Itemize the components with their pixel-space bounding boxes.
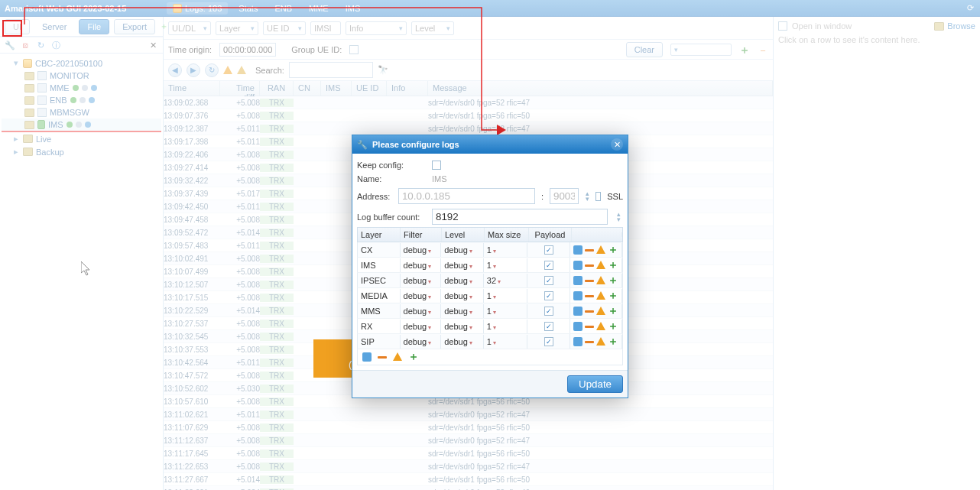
nav-refresh-icon[interactable]: ↻ xyxy=(205,63,219,77)
col-timediff[interactable]: Time diff xyxy=(220,81,260,96)
wrench-icon[interactable]: 🔧 xyxy=(5,40,15,50)
delete-icon[interactable] xyxy=(585,295,594,297)
tab-file[interactable]: File xyxy=(79,19,109,34)
keep-config-checkbox[interactable] xyxy=(432,161,441,170)
delete-icon[interactable] xyxy=(585,341,594,343)
log-row[interactable]: 13:11:27.667+5.014TRXsdr=/dev/sdr1 fpga=… xyxy=(164,473,773,486)
tree-mme[interactable]: MME xyxy=(2,82,161,94)
warn-icon[interactable] xyxy=(596,291,605,300)
col-time[interactable]: Time xyxy=(164,81,220,96)
address-input[interactable] xyxy=(398,188,535,204)
warn-icon[interactable] xyxy=(596,245,605,254)
edit-all-icon[interactable] xyxy=(362,352,372,362)
hdr-payload[interactable]: Payload xyxy=(529,228,572,242)
cell-level[interactable]: debug▾ xyxy=(441,304,484,318)
cell-level[interactable]: debug▾ xyxy=(441,274,484,287)
cell-payload[interactable]: ✓ xyxy=(527,288,570,303)
profile-combo[interactable]: ▾ xyxy=(670,44,732,56)
browse-link[interactable]: Browse xyxy=(947,21,975,31)
tab-stats[interactable]: Stats xyxy=(232,2,264,15)
tab-ims[interactable]: IMS xyxy=(339,2,367,15)
remove-profile-icon[interactable]: – xyxy=(758,44,768,55)
edit-icon[interactable] xyxy=(573,337,582,346)
edit-icon[interactable] xyxy=(573,322,582,331)
warn-icon-2[interactable] xyxy=(237,66,246,74)
delete-all-icon[interactable] xyxy=(378,356,387,359)
cell-payload[interactable]: ✓ xyxy=(527,319,570,333)
action-icon[interactable] xyxy=(85,122,91,128)
refresh-blue-icon[interactable]: ↻ xyxy=(35,40,46,50)
buf-spinner[interactable]: ▴▾ xyxy=(614,212,623,222)
tree-backup[interactable]: ▸Backup xyxy=(2,145,161,158)
modal-titlebar[interactable]: 🔧 Please configure logs ✕ xyxy=(352,135,628,154)
cell-filter[interactable]: debug▾ xyxy=(401,320,442,333)
edit-icon[interactable] xyxy=(573,276,582,285)
cell-level[interactable]: debug▾ xyxy=(441,289,484,303)
add-all-icon[interactable]: ＋ xyxy=(408,352,419,362)
tab-enb[interactable]: ENB xyxy=(268,2,298,15)
cell-max[interactable]: 32▾ xyxy=(484,274,528,287)
delete-icon[interactable] xyxy=(585,249,594,251)
edit-icon[interactable] xyxy=(573,245,582,255)
time-origin-input[interactable]: 00:00:00.000 xyxy=(219,43,276,57)
log-row[interactable]: 13:09:07.376+5.008TRXsdr=/dev/sdr1 fpga=… xyxy=(164,109,773,122)
tree-enb[interactable]: ENB xyxy=(2,94,161,106)
buf-input[interactable] xyxy=(432,209,608,225)
plus-icon[interactable]: ＋ xyxy=(608,291,618,300)
plus-icon[interactable]: ＋ xyxy=(608,261,618,270)
cell-filter[interactable]: debug▾ xyxy=(401,304,442,318)
cell-level[interactable]: debug▾ xyxy=(441,320,484,333)
log-row[interactable]: 13:09:12.387+5.011TRXsdr=/dev/sdr0 fpga=… xyxy=(164,122,773,135)
log-row[interactable]: 13:11:07.629+5.008TRXsdr=/dev/sdr1 fpga=… xyxy=(164,421,773,434)
filter-ueid[interactable]: UE ID▾ xyxy=(263,21,306,35)
col-ims[interactable]: IMS xyxy=(321,81,352,96)
tab-mme[interactable]: MME xyxy=(303,2,335,15)
edit-icon[interactable] xyxy=(573,307,582,316)
col-cn[interactable]: CN xyxy=(294,81,321,96)
cell-max[interactable]: 1▾ xyxy=(484,320,528,333)
log-row[interactable]: 13:11:02.621+5.011TRXsdr=/dev/sdr0 fpga=… xyxy=(164,408,773,421)
stop-icon[interactable]: ⦻ xyxy=(20,40,31,50)
log-row[interactable]: 13:11:22.653+5.008TRXsdr=/dev/sdr0 fpga=… xyxy=(164,460,773,473)
cell-level[interactable]: debug▾ xyxy=(441,335,484,349)
add-profile-icon[interactable]: ＋ xyxy=(739,44,750,55)
hdr-layer[interactable]: Layer xyxy=(358,228,401,242)
update-button[interactable]: Update xyxy=(567,375,623,393)
cell-level[interactable]: debug▾ xyxy=(441,258,484,272)
plus-icon[interactable]: ＋ xyxy=(608,337,618,346)
pencil-icon[interactable] xyxy=(80,97,86,103)
edit-icon[interactable] xyxy=(573,261,582,270)
warn-icon[interactable] xyxy=(596,322,605,330)
filter-imsi[interactable]: IMSI xyxy=(310,21,341,35)
ssl-checkbox[interactable] xyxy=(595,192,601,201)
tab-logs[interactable]: Logs: 103 xyxy=(167,2,228,15)
action-icon[interactable] xyxy=(91,85,97,91)
close-panel-icon[interactable]: ✕ xyxy=(148,40,158,50)
filter-level[interactable]: Level▾ xyxy=(411,21,454,35)
hdr-level[interactable]: Level xyxy=(442,228,485,242)
cell-filter[interactable]: debug▾ xyxy=(401,335,442,349)
log-row[interactable]: 13:11:17.645+5.008TRXsdr=/dev/sdr1 fpga=… xyxy=(164,447,773,460)
cell-max[interactable]: 1▾ xyxy=(484,304,528,318)
cell-filter[interactable]: debug▾ xyxy=(401,289,442,303)
filter-uldl[interactable]: UL/DL▾ xyxy=(168,21,211,35)
log-row[interactable]: 13:11:32.691+5.024TRXsdr=/dev/sdr0 fpga=… xyxy=(164,486,773,490)
tree-ims[interactable]: IMS xyxy=(2,118,161,132)
delete-icon[interactable] xyxy=(585,310,594,313)
plus-icon[interactable]: ＋ xyxy=(608,276,618,285)
info-icon[interactable]: ⓘ xyxy=(50,40,61,50)
cell-filter[interactable]: debug▾ xyxy=(401,243,442,257)
search-input[interactable] xyxy=(289,62,373,78)
warn-icon[interactable] xyxy=(596,276,605,284)
pencil-icon[interactable] xyxy=(82,85,88,91)
port-spinner[interactable]: ▴▾ xyxy=(585,191,589,202)
delete-icon[interactable] xyxy=(585,264,594,267)
pencil-icon[interactable] xyxy=(76,122,82,128)
tree-root[interactable]: ▾CBC-2021050100 xyxy=(2,57,161,70)
delete-icon[interactable] xyxy=(585,280,594,282)
delete-icon[interactable] xyxy=(585,326,594,328)
tree-monitor[interactable]: MONITOR xyxy=(2,70,161,82)
log-row[interactable]: 13:09:02.368+5.008TRXsdr=/dev/sdr0 fpga=… xyxy=(164,96,773,109)
cell-max[interactable]: 1▾ xyxy=(484,289,528,303)
tab-server[interactable]: Server xyxy=(34,20,74,34)
